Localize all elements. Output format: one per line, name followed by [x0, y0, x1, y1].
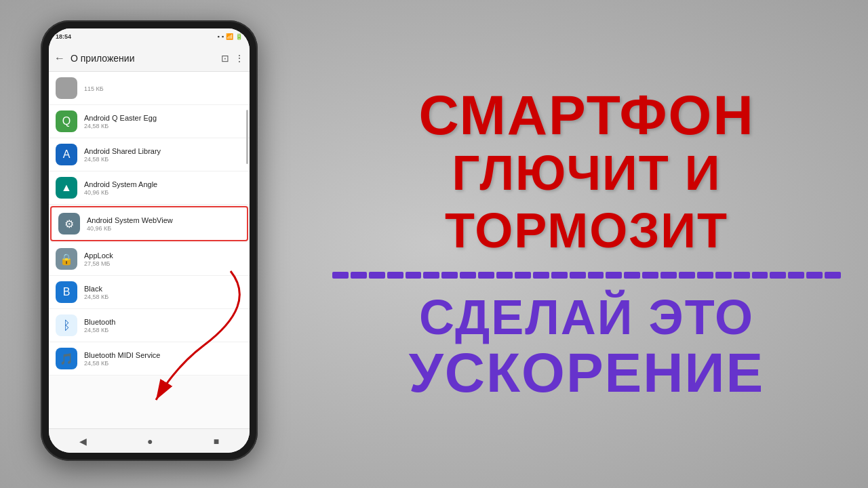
app-icon: 🎵: [56, 348, 77, 369]
status-time: 18:54: [56, 33, 71, 40]
divider-segment: [624, 272, 640, 279]
divider-segment: [332, 272, 349, 279]
divider-segment: [533, 272, 549, 279]
divider-segment: [515, 272, 531, 279]
divider-segment: [387, 272, 403, 279]
app-icon: Q: [56, 110, 77, 132]
status-icons: ▪ ▪ 📶 🔋: [218, 33, 243, 40]
app-icon: [56, 77, 77, 99]
app-name: Bluetooth: [84, 318, 243, 326]
app-list: 115 КБQAndroid Q Easter Egg24,58 КБAAndr…: [49, 72, 250, 428]
app-name: Android Q Easter Egg: [84, 114, 243, 122]
nav-home[interactable]: ●: [147, 436, 153, 447]
nav-back[interactable]: ◀: [79, 436, 87, 447]
title-line2: ГЛЮЧИТ И: [452, 146, 722, 200]
app-size: 24,58 КБ: [84, 327, 243, 333]
divider-segment: [606, 272, 622, 279]
app-icon: ᛒ: [56, 314, 77, 336]
app-size: 40,96 КБ: [87, 225, 240, 232]
nav-recents[interactable]: ■: [214, 436, 219, 447]
phone-body: 18:54 ▪ ▪ 📶 🔋 ← О приложении ⊡ ⋮ 115: [41, 20, 258, 461]
divider-segment: [441, 272, 458, 279]
divider: [332, 270, 841, 281]
divider-segment: [806, 272, 823, 279]
divider-segment: [734, 272, 750, 279]
right-panel: СМАРТФОН ГЛЮЧИТ И ТОРМОЗИТ СДЕЛАЙ ЭТО УС…: [305, 0, 868, 488]
app-icon: 🔒: [56, 248, 77, 270]
app-size: 115 КБ: [84, 85, 243, 92]
app-list-item[interactable]: BBlack24,58 КБ: [49, 276, 250, 309]
app-icon: A: [56, 144, 77, 165]
app-size: 24,58 КБ: [84, 123, 243, 129]
app-size: 24,58 КБ: [84, 360, 243, 367]
scroll-indicator: [246, 110, 248, 164]
app-size: 24,58 КБ: [84, 156, 243, 163]
divider-segment: [460, 272, 476, 279]
back-button[interactable]: ←: [54, 52, 65, 64]
status-bar: 18:54 ▪ ▪ 📶 🔋: [49, 28, 250, 45]
divider-segment: [369, 272, 385, 279]
search-icon[interactable]: ⊡: [221, 53, 229, 64]
app-info: Bluetooth24,58 КБ: [84, 318, 243, 333]
divider-segment: [423, 272, 439, 279]
app-bar-actions: ⊡ ⋮: [221, 53, 244, 64]
app-info: Android Shared Library24,58 КБ: [84, 147, 243, 163]
app-list-item[interactable]: ▲Android System Angle40,96 КБ: [49, 171, 250, 205]
divider-segment: [406, 272, 422, 279]
divider-segment: [788, 272, 804, 279]
subtitle-line1: СДЕЛАЙ ЭТО: [419, 293, 754, 342]
app-list-item[interactable]: AAndroid Shared Library24,58 КБ: [49, 138, 250, 171]
divider-segment: [660, 272, 677, 279]
title-line3: ТОРМОЗИТ: [445, 204, 728, 258]
app-size: 40,96 КБ: [84, 189, 243, 196]
divider-segment: [570, 272, 586, 279]
app-bar: ← О приложении ⊡ ⋮: [49, 45, 250, 72]
app-name: Android Shared Library: [84, 147, 243, 155]
divider-segment: [825, 272, 841, 279]
app-info: Android System Angle40,96 КБ: [84, 180, 243, 196]
app-name: AppLock: [84, 251, 243, 260]
app-bar-title: О приложении: [71, 53, 216, 64]
divider-segment: [715, 272, 732, 279]
app-info: AppLock27,58 МБ: [84, 251, 243, 267]
app-list-item[interactable]: ⚙Android System WebView40,96 КБ: [50, 206, 248, 241]
app-size: 27,58 МБ: [84, 260, 243, 267]
app-list-item[interactable]: QAndroid Q Easter Egg24,58 КБ: [49, 105, 250, 138]
divider-segment: [496, 272, 513, 279]
app-name: Android System WebView: [87, 216, 240, 224]
divider-segment: [642, 272, 658, 279]
app-list-item[interactable]: 🔒AppLock27,58 МБ: [49, 243, 250, 276]
app-list-item[interactable]: 115 КБ: [49, 72, 250, 105]
app-name: Black: [84, 285, 243, 293]
app-size: 24,58 КБ: [84, 293, 243, 300]
divider-segment: [752, 272, 768, 279]
divider-segment: [679, 272, 695, 279]
app-icon: B: [56, 281, 77, 303]
app-info: 115 КБ: [84, 85, 243, 92]
divider-segment: [697, 272, 713, 279]
divider-segment: [551, 272, 568, 279]
app-list-item[interactable]: 🎵Bluetooth MIDI Service24,58 КБ: [49, 342, 250, 375]
app-icon: ▲: [56, 177, 77, 199]
divider-segment: [351, 272, 367, 279]
phone-screen: 18:54 ▪ ▪ 📶 🔋 ← О приложении ⊡ ⋮ 115: [49, 28, 250, 453]
app-name: Android System Angle: [84, 180, 243, 188]
divider-segment: [478, 272, 494, 279]
subtitle-line2: УСКОРЕНИЕ: [409, 345, 764, 401]
app-info: Android System WebView40,96 КБ: [87, 216, 240, 232]
app-info: Android Q Easter Egg24,58 КБ: [84, 114, 243, 129]
app-name: Bluetooth MIDI Service: [84, 351, 243, 359]
app-list-item[interactable]: ᛒBluetooth24,58 КБ: [49, 309, 250, 342]
app-icon: ⚙: [58, 213, 80, 235]
bottom-nav: ◀ ● ■: [49, 428, 250, 453]
phone-device: 18:54 ▪ ▪ 📶 🔋 ← О приложении ⊡ ⋮ 115: [41, 20, 258, 461]
app-info: Black24,58 КБ: [84, 285, 243, 300]
divider-segment: [770, 272, 786, 279]
more-icon[interactable]: ⋮: [235, 53, 244, 64]
app-info: Bluetooth MIDI Service24,58 КБ: [84, 351, 243, 367]
title-line1: СМАРТФОН: [418, 87, 754, 143]
divider-segment: [588, 272, 604, 279]
